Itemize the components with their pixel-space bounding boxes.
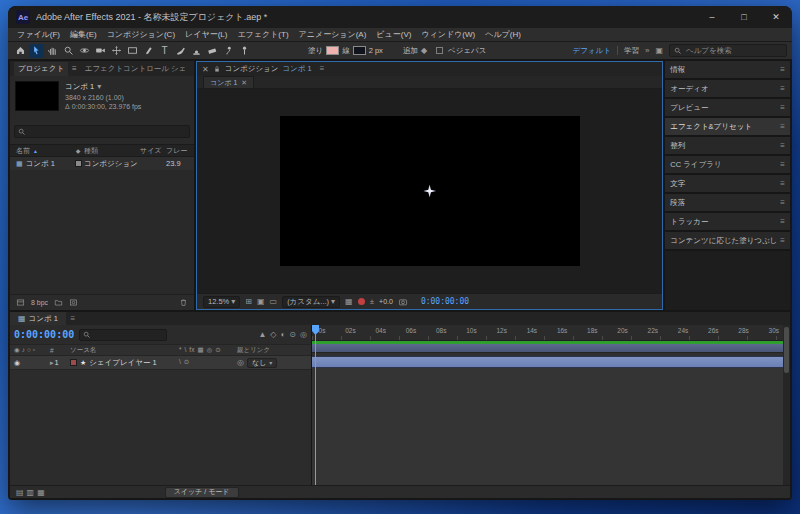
panel-tab-tracker[interactable]: トラッカー≡ [665,213,790,230]
tab-composition[interactable]: コンポジション [225,64,279,74]
column-type[interactable]: 種類 [84,146,140,156]
layer-name[interactable]: シェイプレイヤー 1 [89,358,157,368]
column-source-name[interactable]: ソース名 [70,346,179,355]
panel-tab-preview[interactable]: プレビュー≡ [665,99,790,116]
maximize-button[interactable]: □ [728,6,760,28]
expand-layer-switches-icon[interactable]: ▤ [16,488,24,497]
draft-3d-icon[interactable]: ◇ [270,330,276,339]
fill-color-swatch[interactable] [326,46,339,55]
panel-menu-icon[interactable]: ≡ [777,160,785,169]
add-shape-icon[interactable]: ◆ [421,47,427,55]
channel-icon[interactable] [358,298,365,305]
magnification-dropdown[interactable]: 12.5% ▾ [203,296,240,308]
work-area-bar[interactable] [312,344,783,353]
layer-motion-blur-switch[interactable]: ⊙ [184,359,189,366]
region-of-interest-icon[interactable]: ▭ [270,298,278,306]
column-size[interactable]: サイズ [140,146,166,156]
snapshot-camera-icon[interactable] [398,297,408,307]
panel-tab-info[interactable]: 情報≡ [665,61,790,78]
fill-label[interactable]: 塗り [308,46,323,56]
pickwhip-icon[interactable]: ◎ [237,359,244,367]
exposure-icon[interactable]: ± [370,298,374,306]
panel-tab-audio[interactable]: オーディオ≡ [665,80,790,97]
panel-menu-icon[interactable]: ≡ [777,122,785,131]
chevron-down-icon[interactable]: ▾ [97,83,101,91]
project-table-header[interactable]: 名前 ▲ ◆ 種類 サイズ フレー [10,144,194,157]
clone-stamp-tool-icon[interactable] [189,44,204,58]
workspace-overflow-icon[interactable]: » [645,47,649,55]
tab-project[interactable]: プロジェクト [14,62,68,76]
panel-menu-icon[interactable]: ≡ [777,65,785,74]
timeline-search-input[interactable] [79,329,167,341]
pan-behind-tool-icon[interactable] [109,44,124,58]
panel-menu-icon[interactable]: ≡ [72,65,77,73]
selection-tool-icon[interactable] [29,44,44,58]
resolution-dropdown[interactable]: (カスタム...) ▾ [282,296,340,308]
panel-menu-icon[interactable]: ≡ [777,141,785,150]
menu-file[interactable]: ファイル(F) [12,29,65,40]
menu-effect[interactable]: エフェクト(T) [232,29,293,40]
project-item-row[interactable]: ▦ コンポ 1 コンポジション 23.9 [10,157,194,170]
column-framerate[interactable]: フレー [166,146,194,156]
parent-dropdown[interactable]: なし ▾ [247,358,277,368]
minimize-button[interactable]: – [696,6,728,28]
home-tool-icon[interactable] [13,44,28,58]
panel-menu-icon[interactable]: ≡ [777,217,785,226]
safe-zones-icon[interactable]: ⊞ [245,298,252,306]
hand-tool-icon[interactable] [45,44,60,58]
add-shape-label[interactable]: 追加 [403,46,418,56]
transparency-grid-icon[interactable]: ▦ [345,298,353,306]
switches-modes-toggle[interactable]: スイッチ / モード [165,487,239,498]
viewer-timecode[interactable]: 0:00:00:00 [421,297,469,306]
zoom-tool-icon[interactable] [61,44,76,58]
column-parent-link[interactable]: 親とリンク [237,346,311,355]
interpret-footage-icon[interactable] [16,298,25,307]
menu-layer[interactable]: レイヤー(L) [180,29,232,40]
shape-tool-icon[interactable] [125,44,140,58]
twirl-icon[interactable]: ▸ [50,359,54,367]
titlebar[interactable]: Ae Adobe After Effects 2021 - 名称未設定プロジェク… [8,6,792,28]
scrollbar-thumb[interactable] [784,327,789,373]
composition-frame[interactable] [280,116,580,266]
menu-help[interactable]: ヘルプ(H) [480,29,526,40]
panel-tab-cc-libraries[interactable]: CC ライブラリ≡ [665,156,790,173]
close-button[interactable]: ✕ [760,6,792,28]
tab-composition-name[interactable]: コンポ 1 [282,64,311,74]
pen-tool-icon[interactable] [141,44,156,58]
time-ruler[interactable]: 00s02s 04s06s 08s10s 12s14s 16s18s 20s22… [312,325,783,341]
panel-menu-icon[interactable]: ≡ [777,84,785,93]
layer-visibility-toggle[interactable]: ◉ [14,359,20,366]
timeline-track-area[interactable]: 00s02s 04s06s 08s10s 12s14s 16s18s 20s22… [312,325,790,485]
trash-icon[interactable] [179,298,188,307]
graph-editor-icon[interactable]: ◎ [300,330,307,339]
layer-quality-switch[interactable]: \ [179,359,181,366]
color-depth-label[interactable]: 8 bpc [31,299,48,306]
orbit-camera-tool-icon[interactable] [77,44,92,58]
exposure-value[interactable]: +0.0 [379,298,393,305]
column-label-icon[interactable]: ◆ [72,148,84,154]
panel-layout-icon[interactable]: ▣ [655,47,663,55]
panel-tab-align[interactable]: 整列≡ [665,137,790,154]
puppet-pin-tool-icon[interactable] [237,44,252,58]
panel-tab-content-aware-fill[interactable]: コンテンツに応じた塗りつぶし≡ [665,232,790,249]
motion-blur-icon[interactable]: ◐ [280,330,285,339]
workspace-tab-default[interactable]: デフォルト [573,46,611,56]
expand-transfer-controls-icon[interactable]: ▥ [27,488,35,497]
timeline-vertical-scrollbar[interactable] [783,325,790,485]
lock-icon[interactable] [213,65,221,73]
layer-row[interactable]: ◉ ▸ 1 ★ シェイプレイヤー 1 \ ⊙ [10,356,311,369]
eraser-tool-icon[interactable] [205,44,220,58]
menu-window[interactable]: ウィンドウ(W) [416,29,480,40]
expand-in-out-icon[interactable]: ▦ [37,488,45,497]
stroke-width-value[interactable]: 2 px [369,46,383,55]
stroke-label[interactable]: 線 [342,46,350,56]
column-name[interactable]: 名前 [16,146,30,156]
label-color-chip[interactable] [75,160,82,167]
project-search-input[interactable] [14,125,190,138]
camera-tool-icon[interactable] [93,44,108,58]
panel-tab-paragraph[interactable]: 段落≡ [665,194,790,211]
panel-menu-icon[interactable]: ≡ [66,312,80,325]
viewer-tab-close-icon[interactable]: ✕ [241,79,247,86]
menu-animation[interactable]: アニメーション(A) [294,29,372,40]
tab-effect-controls[interactable]: エフェクトコントロール シェイプレイヤー 1 [81,62,185,76]
